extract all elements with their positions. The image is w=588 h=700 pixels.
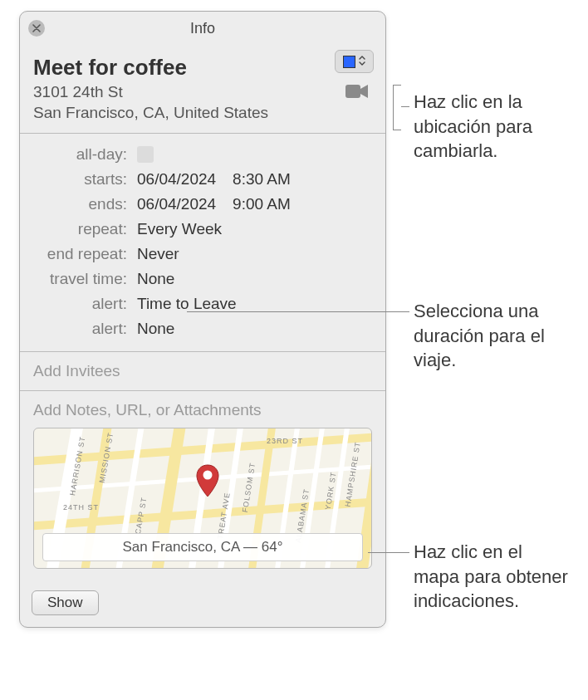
close-icon <box>32 24 41 32</box>
add-notes-field[interactable]: Add Notes, URL, or Attachments <box>33 401 372 419</box>
event-header: Meet for coffee 3101 24th St San Francis… <box>20 45 385 134</box>
repeat-label: repeat: <box>33 220 137 238</box>
all-day-label: all-day: <box>33 145 137 164</box>
callout-location: Haz clic en la ubicación para cambiarla. <box>414 90 588 164</box>
window-title: Info <box>190 20 215 37</box>
event-info-panel: Info Meet for coffee 3101 24th St San Fr… <box>19 11 386 628</box>
starts-date[interactable]: 06/04/2024 <box>137 170 216 188</box>
travel-time-label: travel time: <box>33 270 137 288</box>
map-pin-icon <box>195 463 220 498</box>
calendar-picker[interactable] <box>335 50 374 73</box>
event-title[interactable]: Meet for coffee <box>33 55 372 81</box>
chevron-updown-icon <box>359 55 365 69</box>
row-all-day: all-day: <box>33 142 372 167</box>
street-label: 23RD ST <box>267 437 303 445</box>
notes-section: Add Notes, URL, or Attachments 23RD ST 2… <box>20 391 385 582</box>
ends-label: ends: <box>33 195 137 213</box>
ends-date[interactable]: 06/04/2024 <box>137 195 216 213</box>
alert-2-label: alert: <box>33 320 137 338</box>
map-caption: San Francisco, CA — 64° <box>42 533 363 561</box>
row-travel-time: travel time: None <box>33 267 372 291</box>
add-video-call-button[interactable] <box>345 83 369 104</box>
panel-footer: Show <box>20 582 385 627</box>
event-location[interactable]: 3101 24th St San Francisco, CA, United S… <box>33 82 307 123</box>
event-details: all-day: starts: 06/04/2024 8:30 AM ends… <box>20 134 385 352</box>
location-line-2: San Francisco, CA, United States <box>33 104 268 121</box>
row-repeat: repeat: Every Week <box>33 217 372 242</box>
street-label: 24TH ST <box>63 503 99 512</box>
callout-leader <box>187 311 409 312</box>
video-camera-icon <box>345 83 369 100</box>
callout-leader <box>368 552 409 553</box>
callout-bracket <box>393 85 401 130</box>
repeat-value[interactable]: Every Week <box>137 220 222 238</box>
travel-time-value[interactable]: None <box>137 270 174 288</box>
all-day-checkbox[interactable] <box>137 146 154 163</box>
calendar-color-swatch <box>343 56 355 68</box>
add-invitees-field[interactable]: Add Invitees <box>20 352 385 391</box>
starts-time[interactable]: 8:30 AM <box>233 170 291 188</box>
row-starts: starts: 06/04/2024 8:30 AM <box>33 167 372 192</box>
row-ends: ends: 06/04/2024 9:00 AM <box>33 192 372 217</box>
row-end-repeat: end repeat: Never <box>33 242 372 267</box>
location-mini-map[interactable]: 23RD ST 24TH ST MISSION ST CAPP ST TREAT… <box>33 428 372 569</box>
callout-travel-time: Selecciona una duración para el viaje. <box>414 299 588 373</box>
callout-leader <box>401 106 409 107</box>
end-repeat-value[interactable]: Never <box>137 245 179 263</box>
alert-1-label: alert: <box>33 295 137 313</box>
row-alert-1: alert: Time to Leave <box>33 291 372 316</box>
svg-point-1 <box>203 471 213 480</box>
ends-time[interactable]: 9:00 AM <box>233 195 291 213</box>
svg-rect-0 <box>345 85 360 98</box>
alert-2-value[interactable]: None <box>137 320 174 338</box>
location-line-1: 3101 24th St <box>33 83 123 100</box>
title-bar: Info <box>20 12 385 45</box>
close-button[interactable] <box>28 20 45 37</box>
starts-label: starts: <box>33 170 137 188</box>
callout-map: Haz clic en el mapa para obtener indicac… <box>414 540 571 614</box>
show-button[interactable]: Show <box>32 590 99 615</box>
end-repeat-label: end repeat: <box>33 245 137 263</box>
row-alert-2: alert: None <box>33 316 372 341</box>
